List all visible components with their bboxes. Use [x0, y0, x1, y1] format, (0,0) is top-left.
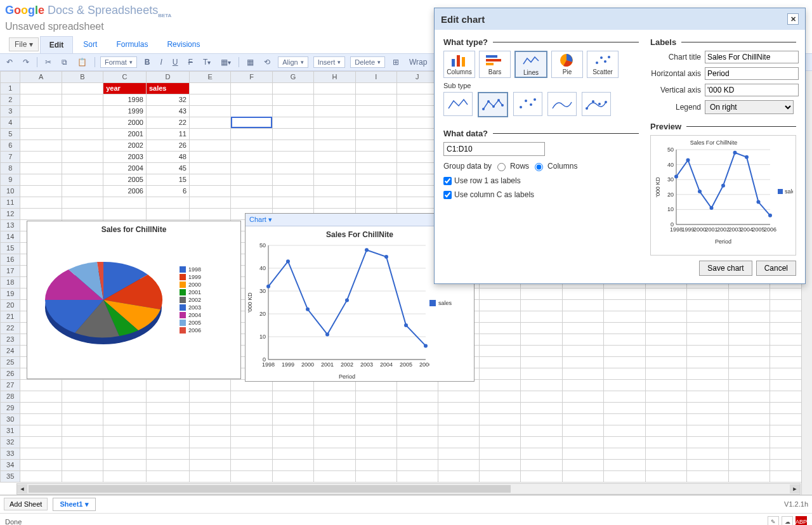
svg-rect-38 [486, 55, 497, 58]
svg-text:20: 20 [259, 311, 266, 317]
add-sheet-button[interactable]: Add Sheet [4, 498, 48, 510]
svg-text:Period: Period [339, 373, 355, 380]
svg-point-83 [674, 174, 678, 178]
svg-rect-39 [486, 59, 501, 62]
save-chart-button[interactable]: Save chart [699, 261, 752, 276]
paste-icon[interactable]: 📋 [75, 56, 89, 68]
italic-icon[interactable]: I [158, 56, 165, 68]
scroll-left-icon[interactable]: ◄ [17, 484, 27, 493]
tab-revisions[interactable]: Revisions [158, 36, 209, 53]
preview-box: Sales For ChillNite010203040501998199920… [650, 135, 796, 256]
svg-text:2003: 2003 [728, 226, 741, 233]
svg-text:2004: 2004 [380, 361, 393, 368]
cut-icon[interactable]: ✂ [43, 56, 54, 68]
pie-chart-title: Sales for ChillNite [27, 225, 240, 234]
strike-icon[interactable]: F [186, 56, 195, 68]
clear-icon[interactable]: ⟲ [261, 56, 273, 68]
subtype-3[interactable] [513, 92, 542, 116]
svg-rect-40 [486, 63, 494, 65]
svg-point-57 [598, 103, 601, 105]
subtype-2[interactable] [478, 92, 508, 117]
merge-icon[interactable]: ⊞ [390, 56, 402, 68]
svg-text:2004: 2004 [740, 226, 753, 233]
svg-text:2006: 2006 [764, 226, 776, 233]
pie-chart[interactable]: Sales for ChillNite 19981999200020012002… [27, 221, 241, 379]
wrap-toggle[interactable]: Wrap [407, 56, 429, 68]
labels-heading: Labels [650, 37, 796, 47]
sheet-tab[interactable]: Sheet1 [53, 498, 95, 511]
svg-text:2001: 2001 [321, 361, 334, 368]
type-bars[interactable]: Bars [479, 51, 511, 78]
tab-formulas[interactable]: Formulas [107, 36, 157, 53]
svg-text:2006: 2006 [419, 361, 429, 368]
vaxis-input[interactable] [705, 84, 799, 96]
svg-text:2000: 2000 [301, 361, 314, 368]
svg-point-31 [404, 323, 408, 327]
delete-menu[interactable]: Delete [350, 56, 385, 68]
svg-text:sales: sales [785, 188, 793, 195]
subtype-4[interactable] [547, 92, 577, 116]
group-columns-radio[interactable] [535, 163, 543, 171]
svg-point-50 [501, 104, 504, 107]
scroll-right-icon[interactable]: ► [790, 484, 800, 493]
svg-rect-94 [778, 189, 783, 194]
file-menu[interactable]: File ▾ [9, 37, 39, 51]
haxis-input[interactable] [705, 67, 799, 80]
svg-point-44 [604, 60, 606, 63]
type-lines[interactable]: Lines [514, 51, 547, 78]
svg-point-26 [306, 307, 310, 311]
legend-select[interactable]: On right [705, 100, 794, 114]
what-type-label: What type? [443, 37, 639, 47]
range-input[interactable] [443, 142, 545, 156]
subtype-label: Sub type [443, 82, 639, 89]
svg-point-53 [530, 103, 532, 106]
svg-text:40: 40 [259, 265, 266, 271]
svg-rect-36 [457, 55, 460, 67]
svg-point-55 [586, 107, 588, 110]
tray-icon[interactable]: ☁ [782, 516, 793, 525]
textcolor-icon[interactable]: T▾ [200, 56, 213, 68]
horizontal-scrollbar[interactable]: ◄ ► [16, 483, 801, 495]
line-legend: sales [429, 299, 452, 381]
svg-point-29 [365, 248, 369, 252]
type-columns[interactable]: Columns [443, 51, 475, 78]
scroll-thumb[interactable] [29, 485, 511, 493]
format-menu[interactable]: Format [100, 56, 137, 68]
svg-point-54 [534, 98, 536, 101]
fillcolor-icon[interactable]: ▦▾ [218, 56, 233, 68]
svg-point-51 [520, 106, 522, 108]
redo-icon[interactable]: ↷ [20, 56, 32, 68]
tab-edit[interactable]: Edit [40, 36, 74, 53]
bold-icon[interactable]: B [142, 56, 153, 68]
use-row1-checkbox[interactable] [443, 177, 452, 185]
use-colc-checkbox[interactable] [443, 191, 452, 199]
svg-text:2002: 2002 [341, 361, 353, 368]
group-rows-radio[interactable] [497, 163, 506, 171]
cancel-button[interactable]: Cancel [756, 261, 796, 276]
svg-text:10: 10 [259, 334, 266, 340]
svg-point-48 [492, 105, 495, 108]
svg-text:50: 50 [667, 146, 674, 153]
type-pie[interactable]: Pie [551, 51, 583, 78]
subtype-1[interactable] [443, 92, 473, 116]
copy-icon[interactable]: ⧉ [59, 56, 70, 68]
svg-text:30: 30 [667, 176, 674, 183]
align-menu[interactable]: Align [278, 56, 308, 68]
underline-icon[interactable]: U [170, 56, 181, 68]
type-scatter[interactable]: Scatter [587, 51, 619, 78]
tray-icon[interactable]: ✎ [768, 516, 779, 525]
abp-icon[interactable]: ABP [796, 516, 807, 525]
border-icon[interactable]: ▦ [244, 56, 256, 68]
insert-menu[interactable]: Insert [313, 56, 346, 68]
subtype-5[interactable] [582, 92, 611, 116]
close-icon[interactable]: ✕ [787, 13, 799, 25]
svg-text:2001: 2001 [705, 226, 717, 233]
svg-rect-35 [452, 59, 455, 67]
svg-point-56 [592, 100, 594, 103]
svg-point-25 [286, 259, 290, 263]
svg-text:2002: 2002 [717, 226, 730, 233]
svg-point-88 [733, 151, 737, 155]
tab-sort[interactable]: Sort [74, 36, 106, 53]
chart-title-input[interactable] [705, 51, 799, 63]
undo-icon[interactable]: ↶ [4, 56, 15, 68]
